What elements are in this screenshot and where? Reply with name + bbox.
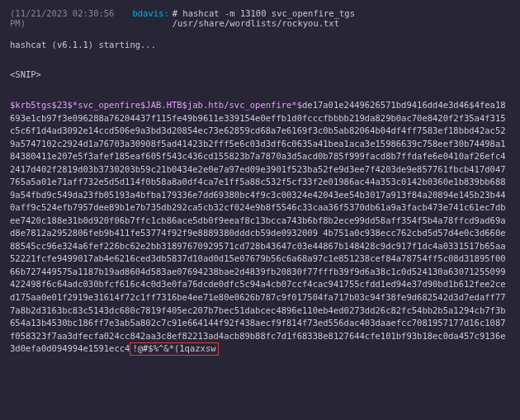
snip-marker: <SNIP> — [10, 69, 510, 79]
cracked-password: !@#$%^&*(1qazxsw — [130, 342, 218, 356]
username: bdavis: — [132, 8, 168, 28]
hashcat-starting-line: hashcat (v6.1.1) starting... — [10, 40, 510, 50]
shell-command: # hashcat -m 13100 svc_openfire_tgs /usr… — [173, 8, 510, 28]
timestamp: (11/21/2023 02:30:56 PM) — [10, 8, 129, 28]
hash-prefix: $krb5tgs$23$*svc_openfire$JAB.HTB$jab.ht… — [10, 100, 297, 110]
terminal-output: (11/21/2023 02:30:56 PM) bdavis: # hashc… — [0, 0, 520, 420]
hash-hex: de17a01e2449626571bd9416dd4e3d46$4fea186… — [10, 100, 506, 353]
command-line: (11/21/2023 02:30:56 PM) bdavis: # hashc… — [10, 8, 510, 28]
hash-output-block: $krb5tgs$23$*svc_openfire$JAB.HTB$jab.ht… — [10, 99, 510, 356]
